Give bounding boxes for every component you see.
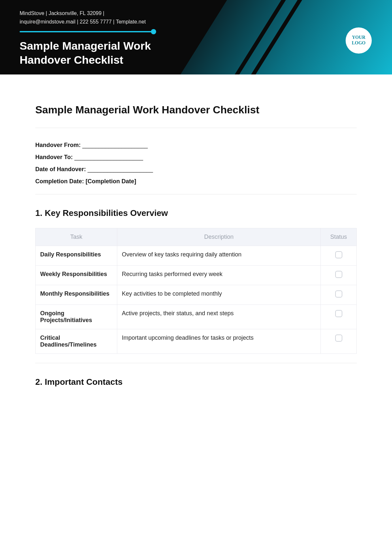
field-value[interactable]: [Completion Date] [84, 178, 136, 185]
accent-bar [20, 31, 154, 32]
divider [35, 128, 357, 128]
cell-task: Weekly Responsibilities [36, 266, 117, 285]
header-title-line1: Sample Managerial Work [20, 40, 151, 52]
field-handover-from: Handover From: ____________________ [35, 142, 357, 149]
field-blank[interactable]: ____________________ [86, 166, 153, 172]
header-inner: MindStove | Jacksonville, FL 32099 | inq… [0, 0, 392, 67]
header-title: Sample Managerial Work Handover Checklis… [20, 39, 189, 67]
field-blank[interactable]: ____________________ [81, 142, 148, 148]
cell-description: Important upcoming deadlines for tasks o… [117, 329, 321, 354]
cell-description: Key activities to be completed monthly [117, 285, 321, 305]
logo-placeholder: YOUR LOGO [346, 27, 372, 54]
col-status: Status [321, 228, 357, 246]
cell-status [321, 266, 357, 285]
checkbox-icon[interactable] [335, 334, 342, 342]
cell-description: Active projects, their status, and next … [117, 305, 321, 329]
field-label: Handover To: [35, 154, 73, 160]
cell-task: Ongoing Projects/Initiatives [36, 305, 117, 329]
cell-status [321, 329, 357, 354]
cell-description: Recurring tasks performed every week [117, 266, 321, 285]
section-1-heading: 1. Key Responsibilities Overview [35, 208, 357, 218]
table-row: Daily Responsibilities Overview of key t… [36, 246, 357, 266]
field-label: Completion Date: [35, 178, 84, 185]
company-info-line2: inquire@mindstove.mail | 222 555 7777 | … [16, 18, 376, 26]
checkbox-icon[interactable] [335, 290, 342, 298]
logo-text-line1: YOUR [352, 35, 365, 40]
field-date-of-handover: Date of Handover: ____________________ [35, 166, 357, 173]
cell-task: Monthly Responsibilities [36, 285, 117, 305]
divider [35, 194, 357, 194]
document-title: Sample Managerial Work Handover Checklis… [35, 104, 357, 116]
cell-task: Daily Responsibilities [36, 246, 117, 266]
cell-status [321, 246, 357, 266]
section-2-heading: 2. Important Contacts [35, 377, 357, 387]
table-row: Weekly Responsibilities Recurring tasks … [36, 266, 357, 285]
cell-description: Overview of key tasks requiring daily at… [117, 246, 321, 266]
table-row: Critical Deadlines/Timelines Important u… [36, 329, 357, 354]
field-handover-to: Handover To: _____________________ [35, 154, 357, 161]
cell-status [321, 305, 357, 329]
field-label: Handover From: [35, 142, 81, 148]
field-label: Date of Handover: [35, 166, 86, 172]
document-content: Sample Managerial Work Handover Checklis… [0, 74, 392, 416]
logo-text-line2: LOGO [352, 41, 366, 45]
header-title-line2: Handover Checklist [20, 54, 123, 66]
company-info-line1: MindStove | Jacksonville, FL 32099 | [16, 9, 376, 18]
col-task: Task [36, 228, 117, 246]
header-band: MindStove | Jacksonville, FL 32099 | inq… [0, 0, 392, 74]
field-completion-date: Completion Date: [Completion Date] [35, 178, 357, 185]
checkbox-icon[interactable] [335, 310, 342, 317]
checkbox-icon[interactable] [335, 251, 342, 258]
field-blank[interactable]: _____________________ [73, 154, 143, 160]
responsibilities-table: Task Description Status Daily Responsibi… [35, 228, 357, 354]
table-row: Ongoing Projects/Initiatives Active proj… [36, 305, 357, 329]
col-description: Description [117, 228, 321, 246]
checkbox-icon[interactable] [335, 271, 342, 278]
cell-status [321, 285, 357, 305]
table-header-row: Task Description Status [36, 228, 357, 246]
table-row: Monthly Responsibilities Key activities … [36, 285, 357, 305]
cell-task: Critical Deadlines/Timelines [36, 329, 117, 354]
divider [35, 363, 357, 363]
